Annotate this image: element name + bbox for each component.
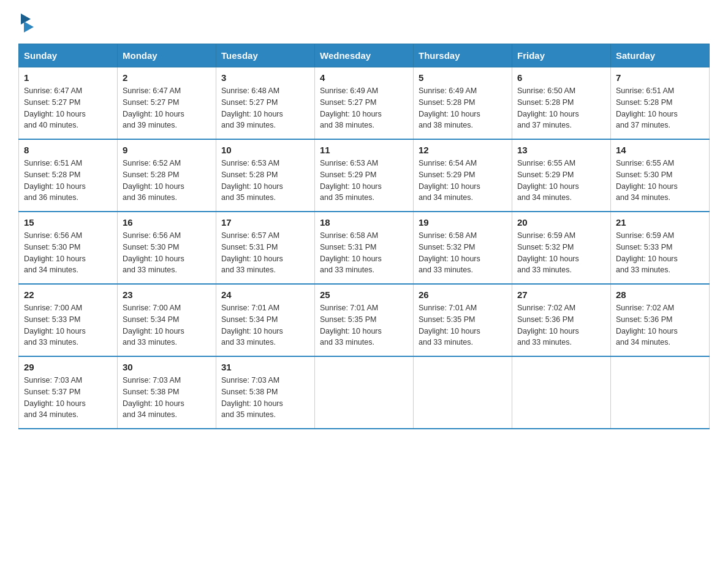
day-number: 28 xyxy=(616,289,704,300)
calendar-week-row: 8 Sunrise: 6:51 AM Sunset: 5:28 PM Dayli… xyxy=(19,139,710,212)
calendar-cell: 20 Sunrise: 6:59 AM Sunset: 5:32 PM Dayl… xyxy=(512,212,611,284)
day-number: 23 xyxy=(123,289,211,300)
day-number: 2 xyxy=(123,72,211,83)
day-info: Sunrise: 6:56 AM Sunset: 5:30 PM Dayligh… xyxy=(123,230,211,276)
day-number: 12 xyxy=(419,145,507,155)
day-info: Sunrise: 6:59 AM Sunset: 5:33 PM Dayligh… xyxy=(616,230,704,276)
calendar-cell: 5 Sunrise: 6:49 AM Sunset: 5:28 PM Dayli… xyxy=(414,67,512,140)
calendar-cell: 31 Sunrise: 7:03 AM Sunset: 5:38 PM Dayl… xyxy=(216,356,315,429)
day-info: Sunrise: 6:51 AM Sunset: 5:28 PM Dayligh… xyxy=(24,158,112,204)
page-header xyxy=(18,12,710,31)
header-sunday: Sunday xyxy=(19,44,118,67)
header-monday: Monday xyxy=(118,44,216,67)
calendar-cell: 12 Sunrise: 6:54 AM Sunset: 5:29 PM Dayl… xyxy=(414,139,512,212)
calendar-cell: 18 Sunrise: 6:58 AM Sunset: 5:31 PM Dayl… xyxy=(315,212,414,284)
day-number: 31 xyxy=(221,362,309,372)
calendar-cell: 2 Sunrise: 6:47 AM Sunset: 5:27 PM Dayli… xyxy=(118,67,216,140)
day-info: Sunrise: 6:51 AM Sunset: 5:28 PM Dayligh… xyxy=(616,85,704,131)
day-number: 5 xyxy=(419,72,507,83)
calendar-cell: 21 Sunrise: 6:59 AM Sunset: 5:33 PM Dayl… xyxy=(611,212,710,284)
day-number: 15 xyxy=(24,217,112,228)
day-info: Sunrise: 6:49 AM Sunset: 5:27 PM Dayligh… xyxy=(320,85,408,131)
day-info: Sunrise: 6:52 AM Sunset: 5:28 PM Dayligh… xyxy=(123,158,211,204)
day-info: Sunrise: 6:58 AM Sunset: 5:31 PM Dayligh… xyxy=(320,230,408,276)
day-number: 29 xyxy=(24,362,112,372)
calendar-cell xyxy=(512,356,611,429)
calendar-cell: 7 Sunrise: 6:51 AM Sunset: 5:28 PM Dayli… xyxy=(611,67,710,140)
calendar-cell xyxy=(315,356,414,429)
calendar-week-row: 15 Sunrise: 6:56 AM Sunset: 5:30 PM Dayl… xyxy=(19,212,710,284)
day-number: 3 xyxy=(221,72,309,83)
calendar-cell: 9 Sunrise: 6:52 AM Sunset: 5:28 PM Dayli… xyxy=(118,139,216,212)
calendar-cell: 23 Sunrise: 7:00 AM Sunset: 5:34 PM Dayl… xyxy=(118,284,216,356)
day-number: 6 xyxy=(517,72,605,83)
day-info: Sunrise: 6:49 AM Sunset: 5:28 PM Dayligh… xyxy=(419,85,507,131)
calendar-week-row: 1 Sunrise: 6:47 AM Sunset: 5:27 PM Dayli… xyxy=(19,67,710,140)
calendar-cell xyxy=(414,356,512,429)
calendar-cell: 24 Sunrise: 7:01 AM Sunset: 5:34 PM Dayl… xyxy=(216,284,315,356)
day-number: 30 xyxy=(123,362,211,372)
calendar-cell: 28 Sunrise: 7:02 AM Sunset: 5:36 PM Dayl… xyxy=(611,284,710,356)
calendar-cell: 3 Sunrise: 6:48 AM Sunset: 5:27 PM Dayli… xyxy=(216,67,315,140)
day-info: Sunrise: 7:01 AM Sunset: 5:34 PM Dayligh… xyxy=(221,302,309,348)
day-number: 25 xyxy=(320,289,408,300)
day-number: 22 xyxy=(24,289,112,300)
day-number: 17 xyxy=(221,217,309,228)
day-info: Sunrise: 7:03 AM Sunset: 5:38 PM Dayligh… xyxy=(123,375,211,421)
calendar-cell xyxy=(611,356,710,429)
day-number: 20 xyxy=(517,217,605,228)
day-number: 8 xyxy=(24,145,112,155)
calendar-cell: 8 Sunrise: 6:51 AM Sunset: 5:28 PM Dayli… xyxy=(19,139,118,212)
calendar-table: SundayMondayTuesdayWednesdayThursdayFrid… xyxy=(18,44,710,429)
calendar-cell: 22 Sunrise: 7:00 AM Sunset: 5:33 PM Dayl… xyxy=(19,284,118,356)
calendar-cell: 11 Sunrise: 6:53 AM Sunset: 5:29 PM Dayl… xyxy=(315,139,414,212)
calendar-cell: 30 Sunrise: 7:03 AM Sunset: 5:38 PM Dayl… xyxy=(118,356,216,429)
day-info: Sunrise: 7:01 AM Sunset: 5:35 PM Dayligh… xyxy=(320,302,408,348)
calendar-cell: 13 Sunrise: 6:55 AM Sunset: 5:29 PM Dayl… xyxy=(512,139,611,212)
day-info: Sunrise: 6:53 AM Sunset: 5:29 PM Dayligh… xyxy=(320,158,408,204)
day-number: 26 xyxy=(419,289,507,300)
day-info: Sunrise: 6:48 AM Sunset: 5:27 PM Dayligh… xyxy=(221,85,309,131)
day-number: 7 xyxy=(616,72,704,83)
calendar-cell: 26 Sunrise: 7:01 AM Sunset: 5:35 PM Dayl… xyxy=(414,284,512,356)
day-number: 24 xyxy=(221,289,309,300)
day-info: Sunrise: 6:59 AM Sunset: 5:32 PM Dayligh… xyxy=(517,230,605,276)
logo xyxy=(18,12,34,31)
header-saturday: Saturday xyxy=(611,44,710,67)
day-number: 11 xyxy=(320,145,408,155)
day-info: Sunrise: 7:02 AM Sunset: 5:36 PM Dayligh… xyxy=(616,302,704,348)
day-info: Sunrise: 7:01 AM Sunset: 5:35 PM Dayligh… xyxy=(419,302,507,348)
day-info: Sunrise: 6:55 AM Sunset: 5:30 PM Dayligh… xyxy=(616,158,704,204)
day-number: 4 xyxy=(320,72,408,83)
day-info: Sunrise: 6:53 AM Sunset: 5:28 PM Dayligh… xyxy=(221,158,309,204)
calendar-week-row: 22 Sunrise: 7:00 AM Sunset: 5:33 PM Dayl… xyxy=(19,284,710,356)
calendar-cell: 27 Sunrise: 7:02 AM Sunset: 5:36 PM Dayl… xyxy=(512,284,611,356)
day-info: Sunrise: 7:03 AM Sunset: 5:38 PM Dayligh… xyxy=(221,375,309,421)
day-info: Sunrise: 6:50 AM Sunset: 5:28 PM Dayligh… xyxy=(517,85,605,131)
header-friday: Friday xyxy=(512,44,611,67)
day-info: Sunrise: 6:58 AM Sunset: 5:32 PM Dayligh… xyxy=(419,230,507,276)
day-info: Sunrise: 7:00 AM Sunset: 5:33 PM Dayligh… xyxy=(24,302,112,348)
day-info: Sunrise: 6:54 AM Sunset: 5:29 PM Dayligh… xyxy=(419,158,507,204)
header-wednesday: Wednesday xyxy=(315,44,414,67)
day-info: Sunrise: 7:02 AM Sunset: 5:36 PM Dayligh… xyxy=(517,302,605,348)
day-info: Sunrise: 6:57 AM Sunset: 5:31 PM Dayligh… xyxy=(221,230,309,276)
header-thursday: Thursday xyxy=(414,44,512,67)
calendar-cell: 17 Sunrise: 6:57 AM Sunset: 5:31 PM Dayl… xyxy=(216,212,315,284)
calendar-cell: 14 Sunrise: 6:55 AM Sunset: 5:30 PM Dayl… xyxy=(611,139,710,212)
calendar-cell: 29 Sunrise: 7:03 AM Sunset: 5:37 PM Dayl… xyxy=(19,356,118,429)
calendar-cell: 1 Sunrise: 6:47 AM Sunset: 5:27 PM Dayli… xyxy=(19,67,118,140)
day-number: 21 xyxy=(616,217,704,228)
calendar-cell: 4 Sunrise: 6:49 AM Sunset: 5:27 PM Dayli… xyxy=(315,67,414,140)
day-info: Sunrise: 6:55 AM Sunset: 5:29 PM Dayligh… xyxy=(517,158,605,204)
day-number: 10 xyxy=(221,145,309,155)
day-number: 9 xyxy=(123,145,211,155)
calendar-cell: 16 Sunrise: 6:56 AM Sunset: 5:30 PM Dayl… xyxy=(118,212,216,284)
day-info: Sunrise: 6:47 AM Sunset: 5:27 PM Dayligh… xyxy=(123,85,211,131)
calendar-cell: 15 Sunrise: 6:56 AM Sunset: 5:30 PM Dayl… xyxy=(19,212,118,284)
day-number: 14 xyxy=(616,145,704,155)
calendar-cell: 10 Sunrise: 6:53 AM Sunset: 5:28 PM Dayl… xyxy=(216,139,315,212)
header-tuesday: Tuesday xyxy=(216,44,315,67)
calendar-cell: 19 Sunrise: 6:58 AM Sunset: 5:32 PM Dayl… xyxy=(414,212,512,284)
calendar-cell: 25 Sunrise: 7:01 AM Sunset: 5:35 PM Dayl… xyxy=(315,284,414,356)
